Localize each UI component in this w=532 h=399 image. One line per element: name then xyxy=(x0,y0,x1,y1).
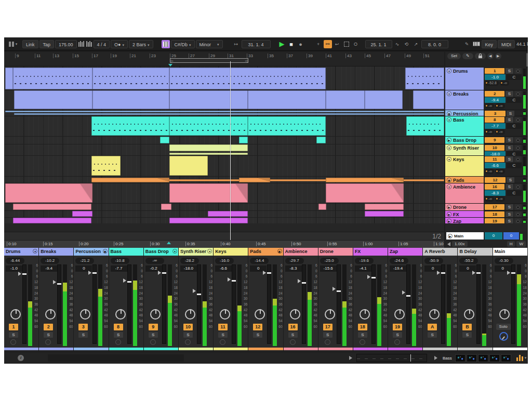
track-number-button[interactable]: B xyxy=(462,324,472,330)
tap-tempo-button[interactable]: Tap xyxy=(39,40,55,48)
track-volume-field[interactable]: -8.3 xyxy=(485,190,506,196)
fader-handle[interactable] xyxy=(371,277,376,278)
track-lane-breaks[interactable] xyxy=(4,90,444,110)
volume-fader[interactable] xyxy=(441,264,445,344)
playback-speed-field[interactable]: 1.00x xyxy=(452,241,468,247)
clip[interactable] xyxy=(169,144,248,151)
unfold-icon[interactable]: ▼ xyxy=(447,145,451,150)
track-lane-percussion[interactable] xyxy=(4,110,444,116)
track-number-button[interactable]: 3 xyxy=(78,324,88,330)
clip[interactable] xyxy=(14,90,92,109)
mixer-track-tab[interactable]: Percussion◉ xyxy=(74,248,108,256)
pan-knob[interactable] xyxy=(394,309,405,320)
track-name[interactable]: ▼Synth Riser xyxy=(445,144,484,155)
track-lane-keys[interactable] xyxy=(4,156,444,177)
track-pan-field[interactable]: C xyxy=(507,123,522,129)
solo-button[interactable]: S xyxy=(149,332,158,338)
arm-button[interactable] xyxy=(360,339,365,345)
clip[interactable] xyxy=(169,153,248,155)
track-number-button[interactable]: 19 xyxy=(393,324,402,330)
arrangement-position-field[interactable]: 31. 1. 4 xyxy=(242,40,271,48)
prev-marker-icon[interactable]: ◀ xyxy=(487,53,494,59)
crossfade-knob[interactable] xyxy=(499,332,508,341)
track-number-button[interactable]: 12 xyxy=(253,324,262,330)
fader-value-field[interactable]: -18.0 xyxy=(180,265,197,272)
clip[interactable] xyxy=(5,68,13,89)
track-name[interactable]: ▼Keys xyxy=(445,156,484,176)
main-track-lane[interactable]: 1/2 xyxy=(4,232,444,240)
track-lane-drone[interactable] xyxy=(4,204,444,211)
fader-value-field[interactable]: -8.3 xyxy=(285,265,302,272)
set-marker-button[interactable]: Set xyxy=(447,53,461,59)
track-number-button[interactable]: 3 xyxy=(485,111,506,116)
scale-name-selector[interactable]: Minor▾ xyxy=(196,40,223,48)
group-icon[interactable]: ◉ xyxy=(103,249,108,254)
time-ruler[interactable]: 0:100:150:200:250:300:350:400:450:500:55… xyxy=(4,240,444,248)
clip[interactable] xyxy=(72,211,92,217)
solo-button[interactable]: S xyxy=(507,111,514,116)
pan-knob[interactable] xyxy=(464,309,474,320)
track-lane-pads[interactable] xyxy=(4,177,444,183)
solo-button[interactable]: S xyxy=(253,332,262,338)
track-pan-field[interactable]: C xyxy=(507,97,522,103)
clip[interactable] xyxy=(326,183,404,203)
volume-fader[interactable] xyxy=(337,264,341,344)
solo-button[interactable]: S xyxy=(183,332,193,338)
volume-fader[interactable] xyxy=(302,264,306,344)
unfold-icon[interactable]: ▼ xyxy=(447,157,451,162)
arm-button[interactable] xyxy=(45,339,51,345)
track-volume-field[interactable]: -6.6 xyxy=(485,163,506,168)
solo-button[interactable]: S xyxy=(506,211,513,217)
peak-level-field[interactable]: -55.2 xyxy=(459,258,478,264)
mixer-strip-keys[interactable]: Keys-16.0-6.660612182430364248546011S xyxy=(214,248,248,351)
track-lane-bass-drop[interactable] xyxy=(4,137,444,144)
track-number-button[interactable]: 18 xyxy=(485,211,504,217)
track-name[interactable]: ▶FX xyxy=(445,211,484,217)
computer-midi-keyboard-icon[interactable] xyxy=(472,40,481,48)
fader-handle[interactable] xyxy=(92,272,97,274)
track-header-drone[interactable]: ▶Drone17S xyxy=(445,204,528,211)
solo-button[interactable]: S xyxy=(428,332,437,338)
scale-mode-icon[interactable] xyxy=(162,40,170,48)
fader-value-field[interactable]: -4.1 xyxy=(355,265,371,272)
bar-label[interactable]: 43 xyxy=(345,54,352,58)
clip[interactable] xyxy=(5,111,444,112)
peak-level-field[interactable]: -14.4 xyxy=(250,258,269,264)
track-number-button[interactable]: 9 xyxy=(485,137,504,143)
arm-button[interactable] xyxy=(290,339,296,345)
clip[interactable] xyxy=(248,116,326,136)
fader-handle[interactable] xyxy=(267,272,271,274)
mixer-strip-bass[interactable]: Bass-10.8-7.76061218243036424854608S xyxy=(109,248,144,351)
volume-fader[interactable] xyxy=(22,264,26,344)
loop-length-field[interactable]: 8. 0. 0 xyxy=(421,40,448,48)
track-header-ambience[interactable]: ▼Ambience16S-8.3C-∞-∞ xyxy=(445,183,528,204)
clip[interactable] xyxy=(413,90,444,109)
fader-value-field[interactable]: -7.7 xyxy=(111,265,127,272)
solo-button[interactable]: S xyxy=(9,332,18,338)
peak-level-field[interactable]: -50.9 xyxy=(424,258,443,264)
scale-root-selector[interactable]: C#/Db▾ xyxy=(171,40,195,48)
peak-level-field[interactable]: -16.0 xyxy=(215,258,234,264)
solo-button[interactable]: S xyxy=(506,68,513,74)
device-thumbnail[interactable] xyxy=(467,354,477,362)
main-volume-field[interactable]: 0 xyxy=(485,232,502,240)
mixer-strip-breaks[interactable]: Breaks-10.2-9.46061218243036424854602S xyxy=(39,248,74,351)
clip[interactable] xyxy=(14,113,444,115)
groove-selector[interactable]: O●▾ xyxy=(111,40,128,48)
track-collapse-icon[interactable]: ▾ xyxy=(9,40,17,48)
bar-label[interactable]: 25 xyxy=(170,54,176,58)
track-number-button[interactable]: 17 xyxy=(323,324,332,330)
unfold-icon[interactable]: ▼ xyxy=(447,91,451,96)
clip[interactable] xyxy=(91,116,169,136)
solo-button[interactable]: S xyxy=(462,332,472,338)
bar-label[interactable]: 9 xyxy=(15,54,19,58)
bar-label[interactable]: 15 xyxy=(73,54,79,58)
track-name[interactable]: ▼Breaks xyxy=(445,90,484,110)
arm-button[interactable] xyxy=(514,145,522,151)
send-a-field[interactable]: -∞ xyxy=(485,129,494,135)
solo-button[interactable]: S xyxy=(506,184,513,190)
clip[interactable] xyxy=(169,218,248,223)
empty-lane-area[interactable] xyxy=(4,223,444,232)
device-view-icon[interactable] xyxy=(516,355,523,361)
send-b-field[interactable]: -∞ xyxy=(495,169,504,174)
